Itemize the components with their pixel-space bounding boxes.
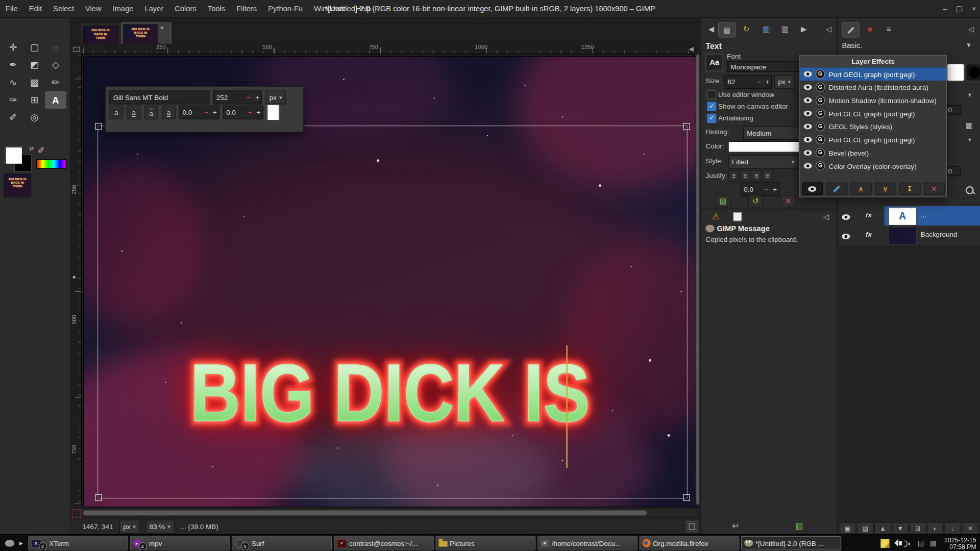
menu-select[interactable]: Select — [47, 0, 80, 17]
hscroll-thumb[interactable] — [83, 510, 647, 515]
cat-logo-icon[interactable] — [5, 540, 14, 546]
font-size-value[interactable]: 252 — [214, 94, 245, 102]
kerning-button[interactable]: a — [127, 106, 141, 119]
minimize-icon[interactable]: – — [943, 0, 947, 17]
tab-brushes[interactable] — [842, 22, 859, 37]
foreground-color-swatch[interactable] — [5, 147, 22, 164]
tab-menu-icon[interactable]: ◁ — [818, 210, 835, 223]
font-size-stepper[interactable]: 252 − + — [213, 91, 262, 105]
menu-python-fu[interactable]: Python-Fu — [262, 0, 308, 17]
paths-tool-button[interactable]: ✒ — [3, 56, 24, 73]
delete-layer-button[interactable]: ✕ — [962, 522, 978, 534]
chevron-down-icon[interactable]: ▾ — [968, 136, 971, 143]
menu-view[interactable]: View — [80, 0, 107, 17]
layer-row-text[interactable]: fx A ... — [837, 206, 980, 226]
indent-value[interactable]: 0.0 — [741, 186, 763, 193]
minus-icon[interactable]: − — [755, 78, 763, 86]
menu-edit[interactable]: Edit — [23, 0, 47, 17]
plus-icon[interactable]: + — [210, 109, 218, 116]
taskbar-item-mpv[interactable]: ▸ 2 mpv — [130, 536, 230, 550]
gradient-swatch[interactable] — [36, 159, 66, 168]
spacing-button[interactable]: a — [144, 106, 158, 119]
plus-icon[interactable]: + — [763, 78, 771, 86]
anchor-layer-button[interactable]: ↓ — [944, 522, 961, 534]
maximize-icon[interactable]: ▢ — [956, 0, 963, 17]
zoom-tool-button[interactable]: ◎ — [24, 109, 45, 126]
taskbar-item-gimp[interactable]: *[Untitled]-2.0 (RGB ... — [741, 536, 841, 550]
collapse-pane-icon[interactable]: ◀ — [689, 45, 693, 52]
pencil-tool-button[interactable]: ✏ — [45, 73, 66, 91]
tab-device-status-icon[interactable]: ↻ — [738, 22, 754, 36]
visibility-eye-icon[interactable] — [804, 123, 812, 131]
chevron-down-icon[interactable]: ▾ — [968, 91, 971, 98]
layer-effect-item[interactable]: G Distorted Aura (lb:distorted-aura) — [800, 81, 946, 94]
taskbar-arrow-icon[interactable]: ▸ — [19, 539, 23, 547]
tab-document-icon[interactable]: ▥ — [777, 22, 793, 36]
menu-image[interactable]: Image — [107, 0, 139, 17]
baseline-value[interactable]: 0.0 — [180, 109, 203, 116]
tab-menu-icon[interactable]: ◁ — [821, 22, 837, 36]
delete-effect-button[interactable]: ✕ — [923, 183, 945, 195]
visibility-eye-icon[interactable] — [804, 96, 812, 104]
menu-colors[interactable]: Colors — [169, 0, 202, 17]
visibility-eye-icon[interactable] — [804, 149, 812, 157]
visibility-eye-icon[interactable] — [842, 233, 850, 241]
tray-icon-doc[interactable]: ▥ — [929, 539, 936, 547]
brush-swatch-white[interactable] — [947, 64, 964, 81]
delete-tool-preset-button[interactable]: ✕ — [780, 195, 795, 207]
crop-tool-button[interactable]: ◩ — [24, 56, 45, 73]
layer-name[interactable]: ... — [921, 211, 926, 219]
use-editor-window-checkbox[interactable] — [707, 90, 716, 99]
quick-mask-button[interactable] — [72, 509, 81, 518]
raise-effect-button[interactable]: ∧ — [850, 183, 872, 195]
layer-thumbnail-text[interactable]: A — [888, 208, 917, 226]
size-unit-dropdown[interactable]: px ▾ — [774, 75, 794, 89]
merge-effects-button[interactable]: ↧ — [899, 183, 920, 195]
justify-fill-button[interactable]: ≡ — [762, 170, 773, 181]
zoom-dropdown[interactable]: 83 % ▾ — [145, 519, 174, 533]
search-icon[interactable] — [966, 186, 974, 196]
clipboard-icon[interactable]: ▥ — [796, 521, 803, 530]
visibility-eye-icon[interactable] — [804, 110, 812, 117]
visibility-eye-icon[interactable] — [804, 70, 812, 78]
taskbar-item-xterm[interactable]: X 2 XTerm — [28, 536, 128, 550]
horizontal-scrollbar[interactable] — [81, 509, 697, 517]
layer-effect-item[interactable]: G Motion Shadow (lb:motion-shadow) — [800, 94, 946, 107]
size-value[interactable]: 62 — [725, 78, 755, 86]
text-layer-boundary[interactable] — [97, 126, 688, 498]
plus-icon[interactable]: + — [253, 94, 261, 102]
new-layer-button[interactable]: ▣ — [839, 522, 856, 534]
antialiasing-checkbox[interactable] — [707, 114, 716, 123]
tab-histogram-icon[interactable]: ▥ — [758, 22, 774, 36]
brush-chevron-down-icon[interactable]: ▾ — [963, 40, 974, 50]
warp-tool-button[interactable]: ∿ — [3, 73, 24, 91]
tray-icon-display[interactable]: ◐ — [908, 539, 912, 547]
justify-left-button[interactable]: ≡ — [728, 170, 740, 181]
tab-menu-icon[interactable]: ◁ — [963, 22, 979, 36]
clear-style-button[interactable]: a — [162, 106, 176, 119]
undo-history-icon[interactable]: ↩ — [732, 521, 739, 530]
font-name-input[interactable]: Gill Sans MT Bold — [109, 91, 209, 105]
volume-tray-icon[interactable] — [899, 541, 902, 545]
layer-effect-item[interactable]: G GEGL Styles (styles) — [800, 120, 946, 133]
color-picker-tool-button[interactable]: ✐ — [3, 109, 24, 126]
layer-effect-item[interactable]: G Bevel (bevel) — [800, 146, 946, 160]
move-tool-button[interactable]: ✛ — [3, 39, 24, 56]
lower-layer-button[interactable]: ▼ — [892, 522, 909, 534]
minus-icon[interactable]: − — [763, 186, 770, 193]
plus-icon[interactable]: + — [770, 186, 778, 193]
layer-effect-item[interactable]: G Port GEGL graph (port:gegl) — [800, 107, 946, 120]
baseline-stepper[interactable]: 0.0 − + — [179, 106, 219, 119]
layer-thumbnail-background[interactable] — [888, 227, 917, 245]
visibility-eye-icon[interactable] — [804, 83, 812, 91]
layer-mask-button[interactable]: ◐ — [927, 522, 944, 534]
reset-tool-button[interactable]: ↺ — [748, 195, 763, 207]
layer-name[interactable]: Background — [921, 231, 958, 238]
font-picker-button[interactable]: Aa — [705, 54, 723, 71]
rect-select-tool-button[interactable]: ▢ — [24, 39, 45, 56]
visibility-eye-icon[interactable] — [804, 136, 812, 143]
unit-dropdown[interactable]: px ▾ — [265, 91, 285, 105]
minus-icon[interactable]: − — [247, 109, 254, 116]
menu-tools[interactable]: Tools — [202, 0, 231, 17]
font-input[interactable]: Monospace — [727, 61, 802, 72]
